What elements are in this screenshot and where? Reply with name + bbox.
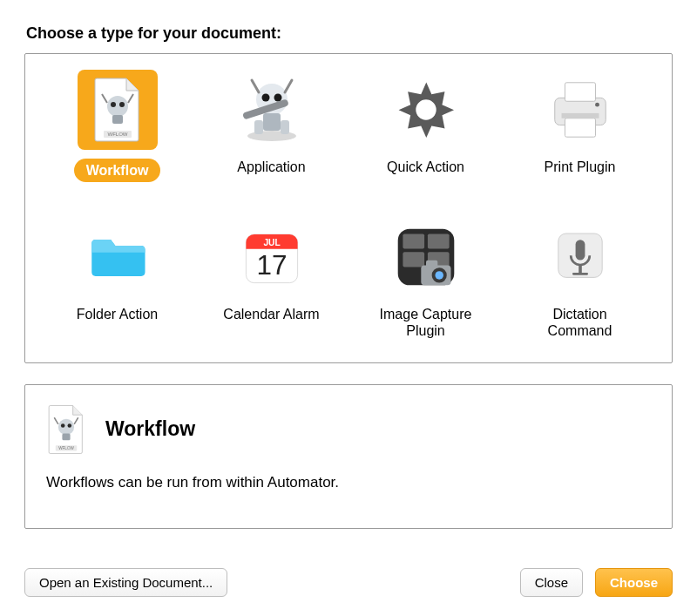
svg-text:17: 17 — [256, 251, 287, 281]
calendar-alarm-icon: JUL 17 — [232, 217, 312, 297]
close-button[interactable]: Close — [520, 568, 583, 597]
type-grid-panel: WFLOW Workflow Application Quick Action … — [24, 53, 673, 363]
image-capture-icon — [386, 217, 466, 297]
new-document-sheet: Choose a type for your document: WFLOW W… — [0, 0, 697, 616]
svg-rect-12 — [281, 120, 289, 134]
detail-description: Workflows can be run from within Automat… — [46, 474, 651, 491]
svg-rect-25 — [403, 234, 424, 249]
type-option-label: Folder Action — [77, 306, 158, 322]
detail-title: Workflow — [105, 417, 195, 441]
type-option-dictation[interactable]: Dictation Command — [507, 217, 653, 339]
open-existing-button[interactable]: Open an Existing Document... — [24, 568, 227, 597]
svg-text:WFLOW: WFLOW — [58, 445, 74, 450]
type-option-print-plugin[interactable]: Print Plugin — [507, 70, 653, 182]
type-grid: WFLOW Workflow Application Quick Action … — [44, 70, 653, 340]
dictation-icon — [540, 217, 620, 297]
type-option-label: Workflow — [74, 159, 161, 182]
svg-rect-20 — [561, 113, 599, 118]
detail-panel: WFLOW Workflow Workflows can be run from… — [24, 384, 673, 529]
type-option-quick-action[interactable]: Quick Action — [353, 70, 498, 182]
svg-rect-11 — [254, 120, 263, 134]
svg-point-0 — [107, 96, 128, 117]
type-option-label: Print Plugin — [545, 159, 616, 175]
svg-rect-26 — [427, 234, 449, 249]
workflow-icon: WFLOW — [78, 70, 158, 150]
svg-rect-36 — [572, 273, 588, 275]
svg-point-9 — [274, 94, 281, 102]
type-option-label: Application — [237, 159, 305, 175]
svg-rect-30 — [426, 261, 437, 267]
svg-point-38 — [61, 423, 65, 428]
workflow-document-icon: WFLOW — [46, 404, 86, 455]
svg-rect-17 — [565, 83, 595, 101]
svg-rect-35 — [579, 265, 582, 273]
type-option-label: Quick Action — [387, 159, 464, 175]
svg-point-39 — [68, 423, 72, 428]
svg-point-1 — [111, 102, 116, 107]
button-bar: Open an Existing Document... Close Choos… — [24, 568, 673, 597]
svg-rect-3 — [112, 115, 123, 124]
type-option-label: Calendar Alarm — [223, 306, 319, 322]
svg-point-37 — [58, 418, 74, 434]
application-icon — [232, 70, 312, 150]
svg-text:WFLOW: WFLOW — [107, 132, 127, 137]
folder-action-icon — [78, 217, 158, 297]
svg-rect-34 — [575, 240, 585, 260]
svg-text:JUL: JUL — [263, 238, 280, 247]
type-option-label: Image Capture Plugin — [365, 306, 487, 339]
type-option-workflow[interactable]: WFLOW Workflow — [44, 70, 190, 182]
svg-point-19 — [595, 103, 599, 107]
svg-rect-27 — [403, 252, 424, 267]
choose-button[interactable]: Choose — [595, 568, 673, 597]
svg-point-32 — [435, 271, 443, 280]
svg-point-2 — [119, 102, 125, 107]
print-plugin-icon — [540, 70, 620, 150]
type-option-label: Dictation Command — [519, 306, 641, 339]
svg-point-8 — [261, 94, 269, 102]
quick-action-icon — [386, 70, 466, 150]
svg-rect-10 — [263, 113, 281, 131]
type-option-folder-action[interactable]: Folder Action — [44, 217, 190, 339]
prompt-label: Choose a type for your document: — [26, 24, 673, 43]
svg-rect-40 — [62, 433, 70, 440]
type-option-image-capture[interactable]: Image Capture Plugin — [353, 217, 498, 339]
svg-rect-18 — [565, 118, 595, 137]
type-option-application[interactable]: Application — [199, 70, 344, 182]
type-option-calendar-alarm[interactable]: JUL 17 Calendar Alarm — [199, 217, 344, 339]
